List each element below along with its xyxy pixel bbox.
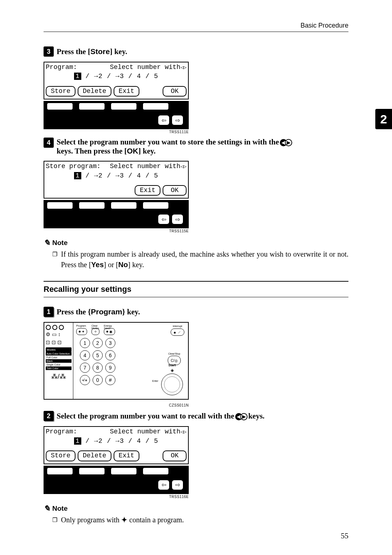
lcd-ok-button[interactable]: OK	[163, 450, 187, 461]
step-b2: 2 Select the program number you want to …	[44, 411, 348, 421]
mode-item[interactable]: Single Color	[46, 363, 72, 367]
selected-number: 1	[74, 73, 81, 80]
note-icon: ✎	[44, 504, 50, 513]
arrow-keys-icon: ◀ ▶	[236, 413, 246, 420]
panel-right-area: Program✦ Clear Modes✧ Energy Saver◉ Inte…	[73, 323, 188, 399]
mode-item[interactable]: Black	[46, 359, 72, 363]
left-arrow-icon: ◁	[180, 65, 183, 70]
program-diamond-icon: ✦	[121, 516, 127, 524]
step-3: 3 Press the [Store] key.	[44, 46, 348, 57]
lcd-figure-2: Store program: Select number with◁▷ 1 / …	[44, 161, 189, 233]
left-arrow-icon: ◁	[180, 164, 183, 170]
lcd-title-right: Select number with◁▷	[110, 63, 187, 72]
right-arrow-icon: ▷	[184, 429, 187, 435]
figure-code: CZSS011N	[44, 403, 189, 407]
note-heading: ✎ Note	[44, 504, 348, 513]
arrow-key-row: ⇦ ⇨	[44, 212, 189, 228]
interrupt-button[interactable]: ⟋	[171, 328, 184, 336]
lcd-title-left: Store program:	[46, 162, 101, 171]
figure-code: TRSS111E	[44, 130, 189, 134]
key-hash[interactable]: #	[105, 375, 115, 385]
hard-key[interactable]	[47, 468, 73, 474]
header-section: Basic Procedure	[301, 22, 348, 29]
panel-left-column: ⚙ ▭ ↕ ⊡ ⊡ ⊡ Modes Auto Color Selection F…	[44, 323, 73, 399]
arrow-keys-icon: ◀ ▶	[281, 139, 291, 146]
hard-key[interactable]	[79, 103, 105, 110]
hardkey-row	[44, 200, 189, 212]
lcd-title-right: Select number with◁▷	[110, 162, 187, 171]
step-4: 4 Select the program number you want to …	[44, 138, 348, 156]
key-8[interactable]: 8	[93, 363, 103, 373]
lcd-screen: Store program: Select number with◁▷ 1 / …	[44, 161, 189, 199]
mode-item[interactable]: Twin Color	[46, 367, 72, 370]
color-mode-icon: ⁂/⁂	[46, 372, 72, 380]
modes-header: Modes	[46, 347, 72, 352]
hard-key[interactable]	[111, 103, 136, 110]
lcd-figure-1: Program: Select number with◁▷ 1 / →2 / →…	[44, 62, 189, 134]
figure-code: TRSS115E	[44, 229, 189, 233]
hard-key[interactable]	[143, 103, 168, 110]
key-2[interactable]: 2	[93, 338, 103, 348]
indicator-icon	[52, 325, 57, 330]
key-3[interactable]: 3	[105, 338, 115, 348]
recall-subsection: Recalling your settings 1 Press the {Pro…	[44, 281, 348, 525]
key-dot[interactable]: •/∗	[80, 375, 90, 385]
lcd-program-numbers: 1 / →2 / →3 / 4 / 5	[46, 437, 187, 445]
selected-number: 1	[74, 437, 81, 445]
right-arrow-icon: ▷	[184, 164, 187, 170]
hard-key[interactable]	[143, 468, 168, 474]
right-arrow-key[interactable]: ⇨	[172, 480, 183, 490]
lcd-store-button[interactable]: Store	[46, 450, 75, 461]
store-key-label: Store	[90, 47, 110, 56]
control-panel-figure: ⚙ ▭ ↕ ⊡ ⊡ ⊡ Modes Auto Color Selection F…	[44, 322, 189, 400]
lcd-ok-button[interactable]: OK	[163, 86, 187, 97]
lcd-exit-button[interactable]: Exit	[135, 185, 160, 196]
lcd-screen: Program: Select number with◁▷ 1 / →2 / →…	[44, 62, 189, 99]
arrow-key-row: ⇦ ⇨	[44, 477, 189, 494]
lcd-program-numbers: 1 / →2 / →3 / 4 / 5	[46, 172, 187, 180]
hard-key[interactable]	[47, 103, 73, 110]
key-4[interactable]: 4	[80, 350, 90, 360]
hard-key[interactable]	[111, 468, 136, 474]
hardkey-row	[44, 466, 189, 477]
status-icons: ⚙ ▭ ↕	[46, 331, 72, 337]
key-9[interactable]: 9	[105, 363, 115, 373]
key-1[interactable]: 1	[80, 338, 90, 348]
note-text: Only programs with ✦ contain a program.	[61, 515, 184, 525]
lcd-exit-button[interactable]: Exit	[114, 86, 139, 97]
bullet-icon: ❐	[52, 250, 57, 270]
lcd-title-right: Select number with◁▷	[110, 428, 187, 436]
key-5[interactable]: 5	[93, 350, 103, 360]
key-0[interactable]: 0	[93, 375, 103, 385]
lcd-exit-button[interactable]: Exit	[114, 450, 139, 461]
hard-key[interactable]	[111, 202, 136, 209]
key-7[interactable]: 7	[80, 363, 90, 373]
step-b2-text: Select the program number you want to re…	[57, 412, 265, 421]
mode-item[interactable]: Full Color	[46, 356, 72, 359]
start-button[interactable]	[161, 374, 183, 395]
left-arrow-key[interactable]: ⇦	[158, 115, 169, 125]
hard-key[interactable]	[143, 202, 168, 209]
step-3-text: Press the [Store] key.	[57, 47, 127, 56]
hard-key[interactable]	[79, 468, 105, 474]
left-arrow-key[interactable]: ⇦	[158, 480, 169, 490]
step-b1: 1 Press the {Program} key.	[44, 307, 348, 317]
step-4-text: Select the program number you want to st…	[57, 138, 348, 156]
right-arrow-key[interactable]: ⇨	[172, 215, 183, 224]
left-arrow-key[interactable]: ⇦	[158, 215, 169, 224]
program-button[interactable]: ✦	[76, 328, 87, 335]
left-arrow-icon: ◁	[180, 429, 183, 435]
lcd-ok-button[interactable]: OK	[163, 185, 187, 196]
hard-key[interactable]	[79, 202, 105, 209]
step-number-icon: 1	[44, 307, 54, 317]
lcd-store-button[interactable]: Store	[46, 86, 75, 97]
hard-key[interactable]	[47, 202, 73, 209]
right-arrow-key[interactable]: ⇨	[172, 115, 183, 125]
lcd-delete-button[interactable]: Delete	[78, 86, 111, 97]
mode-item[interactable]: Auto Color Selection	[46, 352, 72, 356]
lcd-delete-button[interactable]: Delete	[78, 450, 111, 461]
lcd-figure-3: Program: Select number with◁▷ 1 / →2 / →…	[44, 426, 189, 498]
start-diamond-icon: ◈	[161, 368, 183, 373]
lcd-title-left: Program:	[46, 428, 77, 436]
key-6[interactable]: 6	[105, 350, 115, 360]
